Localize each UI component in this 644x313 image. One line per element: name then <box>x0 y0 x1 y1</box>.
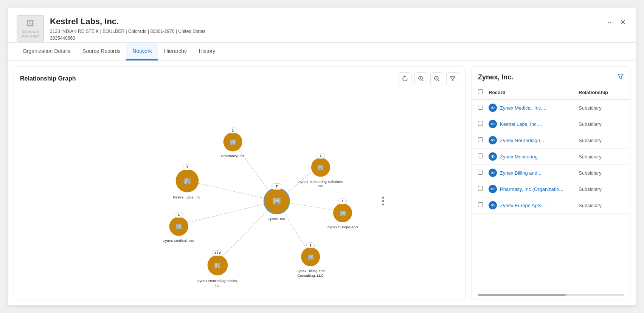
row-eye-3[interactable] <box>489 152 497 161</box>
close-button[interactable]: ✕ <box>619 17 627 28</box>
row-name-4[interactable]: Zynex Billing and... <box>500 170 579 176</box>
right-panel-filter-button[interactable] <box>617 73 624 81</box>
view-icon-2[interactable] <box>489 136 497 144</box>
row-check-0[interactable] <box>478 105 483 110</box>
row-name-0[interactable]: Zynex Medical, Inc.... <box>500 105 579 111</box>
refresh-button[interactable] <box>399 72 411 85</box>
row-name-2[interactable]: Zynex Neurodiagn... <box>500 138 579 143</box>
svg-text:🏢: 🏢 <box>317 164 324 170</box>
table-header: Record Relationship <box>472 85 630 100</box>
svg-point-61 <box>492 107 493 108</box>
filter-graph-button[interactable] <box>446 72 459 85</box>
svg-line-6 <box>438 80 439 81</box>
row-checkbox-6[interactable] <box>478 202 489 209</box>
view-icon-3[interactable] <box>489 152 497 161</box>
row-check-2[interactable] <box>478 137 483 142</box>
network-graph-svg[interactable]: 🏢 7 Zynex, Inc. 🏢 1 Kestrel Labs, Inc. <box>14 90 465 299</box>
row-checkbox-1[interactable] <box>478 121 489 127</box>
view-icon-1[interactable] <box>489 120 497 128</box>
row-check-1[interactable] <box>478 121 483 126</box>
zoom-out-icon <box>434 76 440 82</box>
tab-hierarchy[interactable]: Hierarchy <box>158 43 193 60</box>
svg-point-71 <box>492 189 493 190</box>
eye-svg-2 <box>490 138 495 143</box>
row-checkbox-0[interactable] <box>478 104 489 111</box>
node-zynex-monitoring[interactable]: 🏢 1 Zynex Monitoring Solutions Inc. <box>298 153 343 188</box>
table-row: Zynex Europe ApS... Subsidiary <box>472 197 630 214</box>
zoom-in-icon <box>418 76 424 82</box>
row-check-6[interactable] <box>478 202 483 207</box>
graph-context-menu-dots[interactable] <box>382 197 384 205</box>
scrollbar-area <box>472 291 630 299</box>
svg-text:Kestrel Labs, Inc.: Kestrel Labs, Inc. <box>173 195 202 199</box>
svg-point-59 <box>382 203 384 205</box>
company-logo: 🖼 NO IMAGE AVAILABLE <box>17 15 44 42</box>
svg-text:🏢: 🏢 <box>307 254 314 260</box>
image-placeholder-icon: 🖼 <box>26 19 34 28</box>
view-icon-5[interactable] <box>489 185 497 193</box>
node-pharmazy[interactable]: 🏢 1 Pharmazy, Inc <box>221 128 245 158</box>
row-checkbox-3[interactable] <box>478 153 489 160</box>
zoom-in-button[interactable] <box>414 72 427 85</box>
table-row: Zynex Monitoring... Subsidiary <box>472 149 630 165</box>
tab-history[interactable]: History <box>193 43 222 60</box>
row-relationship-5: Subsidiary <box>579 186 624 192</box>
node-zynex-billing[interactable]: 🏢 1 Zynex Billing and Consulting, LLC <box>296 243 325 277</box>
select-all-checkbox[interactable] <box>478 89 483 94</box>
row-check-3[interactable] <box>478 153 483 158</box>
filter-icon <box>450 76 456 82</box>
node-zynex-europe[interactable]: 🏢 1 Zynex Europe ApS <box>327 199 358 229</box>
tab-source-records[interactable]: Source Records <box>76 43 126 60</box>
content-area: Relationship Graph <box>8 60 636 305</box>
more-options-button[interactable]: ⋯ <box>606 17 616 28</box>
row-eye-2[interactable] <box>489 136 497 144</box>
node-zynex-neuro[interactable]: 🏢 1 / 2 Zynex Neurodiagnostics, Inc. <box>197 250 238 287</box>
row-name-6[interactable]: Zynex Europe ApS... <box>500 203 579 208</box>
table-row: Pharmazy, Inc (Organizatio... Subsidiary <box>472 181 630 197</box>
view-icon-6[interactable] <box>489 201 497 209</box>
table-row: Kestrel Labs, Inc.... Subsidiary <box>472 116 630 132</box>
row-name-3[interactable]: Zynex Monitoring... <box>500 154 579 160</box>
svg-text:Zynex Neurodiagnostics,: Zynex Neurodiagnostics, <box>197 279 238 283</box>
graph-tools <box>399 72 459 85</box>
tab-organization-details[interactable]: Organization Details <box>17 43 76 60</box>
row-checkbox-4[interactable] <box>478 169 489 176</box>
table-rows: Zynex Medical, Inc.... Subsidiary Kestre… <box>472 100 630 291</box>
svg-line-3 <box>422 80 423 81</box>
tab-network[interactable]: Network <box>126 43 158 60</box>
svg-text:1: 1 <box>310 243 312 247</box>
row-relationship-2: Subsidiary <box>579 138 624 143</box>
scrollbar-thumb[interactable] <box>478 294 566 296</box>
svg-point-63 <box>492 124 493 125</box>
row-name-5[interactable]: Pharmazy, Inc (Organizatio... <box>500 186 579 192</box>
svg-text:1 / 2: 1 / 2 <box>214 251 221 255</box>
app-container: 🖼 NO IMAGE AVAILABLE Kestrel Labs, Inc. … <box>0 0 644 313</box>
eye-svg-1 <box>490 122 495 126</box>
row-eye-4[interactable] <box>489 169 497 177</box>
row-eye-1[interactable] <box>489 120 497 128</box>
row-check-4[interactable] <box>478 170 483 175</box>
row-eye-5[interactable] <box>489 185 497 193</box>
select-all-checkbox-container[interactable] <box>478 89 489 96</box>
row-checkbox-2[interactable] <box>478 137 489 144</box>
svg-text:Zynex Billing and: Zynex Billing and <box>296 269 325 273</box>
row-name-1[interactable]: Kestrel Labs, Inc.... <box>500 121 579 127</box>
row-relationship-0: Subsidiary <box>579 105 624 111</box>
column-header-relationship: Relationship <box>579 90 624 95</box>
right-panel-title: Zynex, Inc. <box>478 73 513 81</box>
node-kestrel[interactable]: 🏢 1 Kestrel Labs, Inc. <box>173 164 202 199</box>
row-checkbox-5[interactable] <box>478 186 489 192</box>
svg-point-73 <box>492 205 493 206</box>
node-zynex-medical[interactable]: 🏢 1 Zynex Medical, Inc. <box>163 212 195 243</box>
view-icon-4[interactable] <box>489 169 497 177</box>
row-check-5[interactable] <box>478 186 483 191</box>
row-eye-0[interactable] <box>489 104 497 112</box>
zoom-out-button[interactable] <box>430 72 443 85</box>
view-icon-0[interactable] <box>489 104 497 112</box>
svg-text:Zynex Europe ApS: Zynex Europe ApS <box>327 225 358 229</box>
header-actions: ⋯ ✕ <box>606 15 627 28</box>
svg-point-69 <box>492 172 493 174</box>
row-eye-6[interactable] <box>489 201 497 209</box>
eye-svg-3 <box>490 154 495 159</box>
svg-text:🏢: 🏢 <box>183 177 191 184</box>
